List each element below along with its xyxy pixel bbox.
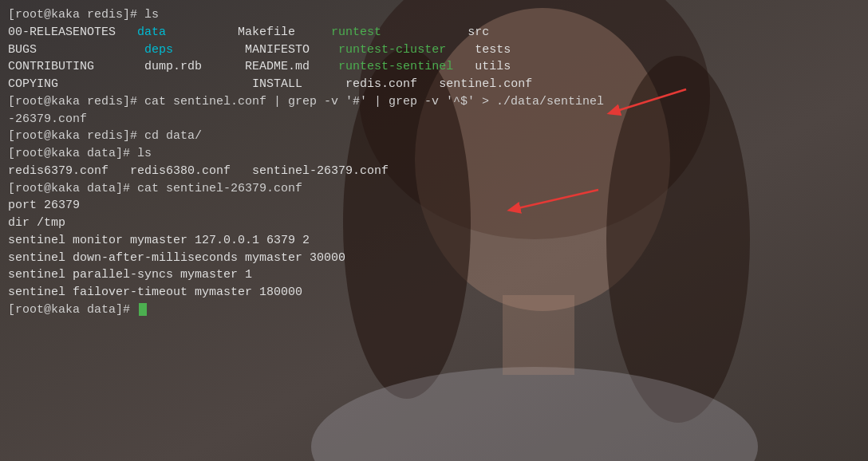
prompt-7: [root@kaka redis]# xyxy=(8,129,144,143)
ls-output-1: 00-RELEASENOTES data Makefile runtest sr… xyxy=(8,24,860,41)
terminal-line-final: [root@kaka data]# xyxy=(8,301,860,319)
terminal-window: [root@kaka redis]# ls 00-RELEASENOTES da… xyxy=(0,0,868,461)
terminal-line-6b: -26379.conf xyxy=(8,111,860,128)
file-dumprdb: dump.rdb xyxy=(144,60,202,73)
conf-port: port 26379 xyxy=(8,199,80,212)
conf-line-parallel: sentinel parallel-syncs mymaster 1 xyxy=(8,266,860,284)
conf-monitor: sentinel monitor mymaster 127.0.0.1 6379… xyxy=(8,234,310,247)
file-install: INSTALL xyxy=(252,77,302,91)
cmd-cat-sentinel2: cat sentinel-26379.conf xyxy=(137,182,302,195)
file-src: src xyxy=(468,26,489,39)
prompt-1: [root@kaka redis]# xyxy=(8,8,144,22)
prompt-8: [root@kaka data]# xyxy=(8,147,137,160)
conf-parallel: sentinel parallel-syncs mymaster 1 xyxy=(8,268,252,282)
conf-line-down-after: sentinel down-after-milliseconds mymaste… xyxy=(8,250,860,267)
file-deps: deps xyxy=(144,43,173,57)
conf-line-port: port 26379 xyxy=(8,197,860,215)
file-contributing: CONTRIBUTING xyxy=(8,60,94,73)
file-utils: utils xyxy=(475,60,511,73)
terminal-line-8: [root@kaka data]# ls xyxy=(8,145,860,163)
terminal-line-7: [root@kaka redis]# cd data/ xyxy=(8,128,860,145)
conf-failover: sentinel failover-timeout mymaster 18000… xyxy=(8,286,302,299)
prompt-10: [root@kaka data]# xyxy=(8,182,137,195)
prompt-6: [root@kaka redis]# xyxy=(8,95,144,108)
cmd-cat-sentinel: cat sentinel.conf | grep -v '#' | grep -… xyxy=(144,95,604,108)
conf-line-failover: sentinel failover-timeout mymaster 18000… xyxy=(8,284,860,301)
file-redisconf: redis.conf xyxy=(345,77,417,91)
cmd-cat-sentinel-cont: -26379.conf xyxy=(8,112,87,126)
file-runtest-sentinel: runtest-sentinel xyxy=(338,60,453,73)
file-makefile: Makefile xyxy=(238,26,295,39)
conf-down-after: sentinel down-after-milliseconds mymaste… xyxy=(8,251,345,265)
cmd-1: ls xyxy=(144,8,159,22)
cmd-cd-data: cd data/ xyxy=(144,129,202,143)
file-redis6379: redis6379.conf redis6380.conf sentinel-2… xyxy=(8,164,389,178)
conf-line-dir: dir /tmp xyxy=(8,215,860,232)
prompt-final: [root@kaka data]# xyxy=(8,303,137,317)
file-sentinelconf: sentinel.conf xyxy=(439,77,532,91)
file-runtest-cluster: runtest-cluster xyxy=(338,43,446,57)
file-tests: tests xyxy=(475,43,511,57)
ls-output-3: CONTRIBUTING dump.rdb README.md runtest-… xyxy=(8,58,860,76)
file-00releasenotes: 00-RELEASENOTES xyxy=(8,26,116,39)
file-readme: README.md xyxy=(245,60,310,73)
ls-output-2: BUGS deps MANIFESTO runtest-cluster test… xyxy=(8,41,860,59)
file-bugs: BUGS xyxy=(8,43,37,57)
file-manifesto: MANIFESTO xyxy=(245,43,310,57)
file-runtest: runtest xyxy=(331,26,381,39)
terminal-cursor xyxy=(139,303,147,316)
conf-dir: dir /tmp xyxy=(8,216,65,230)
ls-output-4: COPYING INSTALL redis.conf sentinel.conf xyxy=(8,76,860,93)
terminal-line-6: [root@kaka redis]# cat sentinel.conf | g… xyxy=(8,93,860,111)
file-data: data xyxy=(137,26,166,39)
file-copying: COPYING xyxy=(8,77,58,91)
terminal-line-10: [root@kaka data]# cat sentinel-26379.con… xyxy=(8,180,860,198)
terminal-line-1: [root@kaka redis]# ls xyxy=(8,6,860,24)
ls-data-output: redis6379.conf redis6380.conf sentinel-2… xyxy=(8,163,860,180)
cmd-ls-data: ls xyxy=(137,147,152,160)
conf-line-monitor: sentinel monitor mymaster 127.0.0.1 6379… xyxy=(8,232,860,250)
